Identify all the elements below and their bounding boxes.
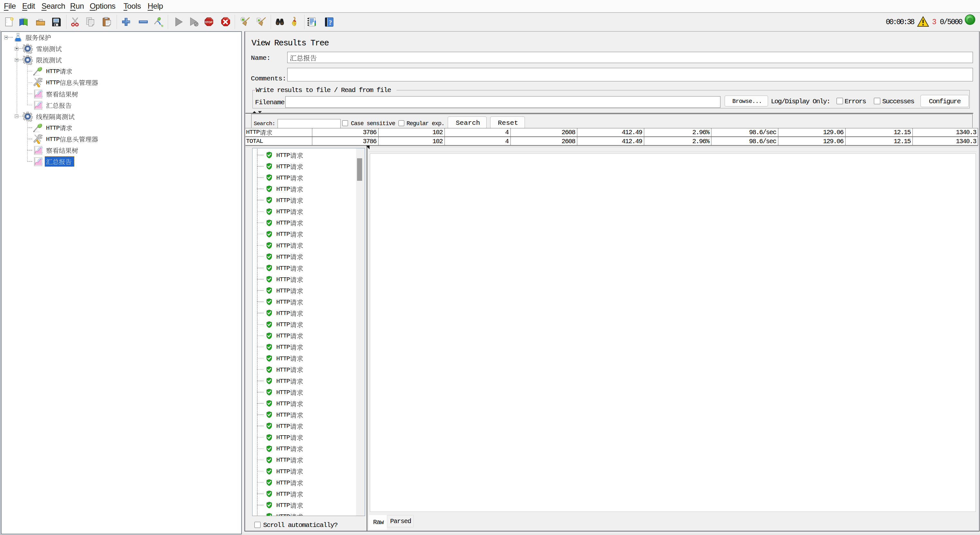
svg-text:?: ? <box>329 19 332 26</box>
svg-text:STOP: STOP <box>205 21 213 24</box>
